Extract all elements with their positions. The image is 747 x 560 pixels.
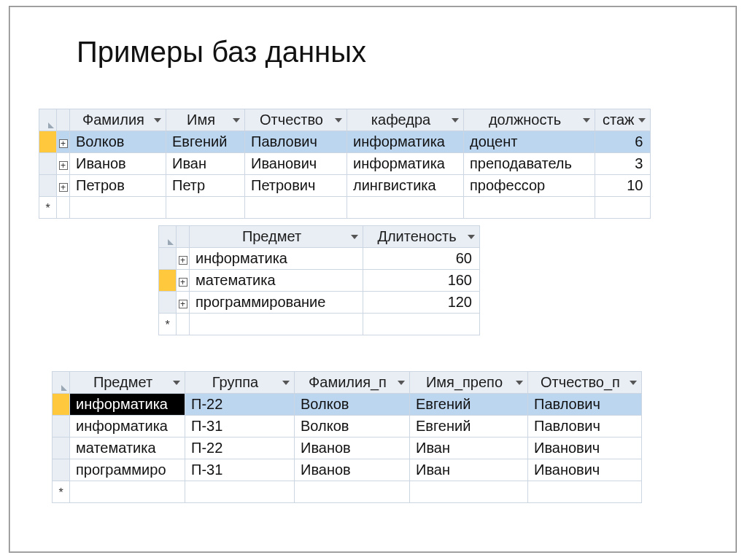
cell[interactable]: Павлович	[245, 131, 347, 153]
chevron-down-icon[interactable]	[398, 381, 405, 385]
cell[interactable]: Иванов	[295, 438, 410, 459]
chevron-down-icon[interactable]	[154, 118, 161, 122]
col-header[interactable]: стаж	[595, 109, 651, 131]
cell[interactable]	[347, 197, 464, 219]
cell[interactable]: информатика	[347, 153, 464, 175]
cell[interactable]	[363, 314, 480, 335]
cell[interactable]: преподаватель	[464, 153, 595, 175]
expand-cell[interactable]: +	[177, 248, 190, 270]
chevron-down-icon[interactable]	[452, 118, 459, 122]
cell[interactable]: Петров	[70, 175, 166, 197]
cell[interactable]: Волков	[295, 394, 410, 416]
cell[interactable]: математика	[70, 438, 185, 459]
new-record-row[interactable]: *	[39, 197, 651, 219]
cell[interactable]: доцент	[464, 131, 595, 153]
cell[interactable]: Иванович	[528, 438, 642, 459]
row-selector[interactable]: *	[39, 197, 57, 219]
cell[interactable]	[464, 197, 595, 219]
cell[interactable]: 10	[595, 175, 651, 197]
cell[interactable]: Евгений	[410, 394, 528, 416]
col-header[interactable]: Отчество	[245, 109, 347, 131]
chevron-down-icon[interactable]	[516, 381, 523, 385]
cell[interactable]	[410, 481, 528, 503]
cell[interactable]: 60	[363, 248, 480, 270]
cell[interactable]: П-31	[185, 459, 295, 481]
table-row[interactable]: информатикаП-22ВолковЕвгенийПавлович	[53, 394, 642, 416]
cell[interactable]	[295, 481, 410, 503]
table-row[interactable]: +ИвановИванИвановичинформатикапреподават…	[39, 153, 651, 175]
cell[interactable]: 120	[363, 292, 480, 314]
cell[interactable]: Евгений	[166, 131, 245, 153]
cell[interactable]	[190, 314, 363, 335]
chevron-down-icon[interactable]	[583, 118, 590, 122]
col-header[interactable]: Фамилия	[70, 109, 166, 131]
new-record-row[interactable]: *	[159, 314, 480, 335]
cell[interactable]: П-31	[185, 416, 295, 438]
cell[interactable]: Иванов	[70, 153, 166, 175]
cell[interactable]	[245, 197, 347, 219]
cell[interactable]: Петр	[166, 175, 245, 197]
row-selector[interactable]	[159, 292, 177, 314]
cell[interactable]: математика	[190, 270, 363, 292]
table-row[interactable]: +ПетровПетрПетровичлингвистикапрофессор1…	[39, 175, 651, 197]
col-header[interactable]: Имя	[166, 109, 245, 131]
cell[interactable]: программирование	[190, 292, 363, 314]
cell[interactable]: профессор	[464, 175, 595, 197]
table-row[interactable]: +информатика60	[159, 248, 480, 270]
expand-cell[interactable]: +	[57, 153, 70, 175]
table-row[interactable]: +математика160	[159, 270, 480, 292]
cell[interactable]: информатика	[190, 248, 363, 270]
cell[interactable]	[185, 481, 295, 503]
col-header[interactable]: должность	[464, 109, 595, 131]
table-row[interactable]: программироП-31ИвановИванИванович	[53, 459, 642, 481]
select-all-corner[interactable]	[159, 226, 177, 248]
expand-cell[interactable]: +	[57, 175, 70, 197]
cell[interactable]: 6	[595, 131, 651, 153]
row-selector[interactable]	[39, 131, 57, 153]
new-record-row[interactable]: *	[53, 481, 642, 503]
col-header[interactable]: Предмет	[190, 226, 363, 248]
cell[interactable]	[166, 197, 245, 219]
cell[interactable]: П-22	[185, 394, 295, 416]
chevron-down-icon[interactable]	[630, 381, 637, 385]
cell[interactable]	[70, 481, 185, 503]
chevron-down-icon[interactable]	[638, 118, 646, 122]
cell[interactable]: Петрович	[245, 175, 347, 197]
cell[interactable]	[70, 197, 166, 219]
col-header[interactable]: Предмет	[70, 372, 185, 394]
cell[interactable]: 3	[595, 153, 651, 175]
cell[interactable]: Волков	[70, 131, 166, 153]
chevron-down-icon[interactable]	[351, 235, 358, 239]
row-selector[interactable]: *	[159, 314, 177, 335]
select-all-corner[interactable]	[39, 109, 57, 131]
cell[interactable]: 160	[363, 270, 480, 292]
cell[interactable]: Волков	[295, 416, 410, 438]
chevron-down-icon[interactable]	[335, 118, 342, 122]
col-header[interactable]: Фамилия_п	[295, 372, 410, 394]
chevron-down-icon[interactable]	[468, 235, 475, 239]
row-selector[interactable]	[53, 438, 70, 459]
col-header[interactable]: кафедра	[347, 109, 464, 131]
cell[interactable]: информатика	[70, 394, 185, 416]
chevron-down-icon[interactable]	[173, 381, 180, 385]
cell[interactable]: лингвистика	[347, 175, 464, 197]
table-row[interactable]: +программирование120	[159, 292, 480, 314]
row-selector[interactable]	[53, 416, 70, 438]
cell[interactable]: информатика	[347, 131, 464, 153]
cell[interactable]: Павлович	[528, 394, 642, 416]
cell[interactable]: Иван	[410, 459, 528, 481]
row-selector[interactable]	[53, 459, 70, 481]
cell[interactable]	[528, 481, 642, 503]
table-row[interactable]: +ВолковЕвгенийПавловичинформатикадоцент6	[39, 131, 651, 153]
cell[interactable]: Иванович	[528, 459, 642, 481]
cell[interactable]: Иванов	[295, 459, 410, 481]
cell[interactable]: Иванович	[245, 153, 347, 175]
col-header[interactable]: Группа	[185, 372, 295, 394]
expand-cell[interactable]: +	[177, 292, 190, 314]
select-all-corner[interactable]	[53, 372, 70, 394]
chevron-down-icon[interactable]	[282, 381, 290, 385]
cell[interactable]	[595, 197, 651, 219]
expand-cell[interactable]: +	[57, 131, 70, 153]
cell[interactable]: информатика	[70, 416, 185, 438]
row-selector[interactable]	[39, 175, 57, 197]
